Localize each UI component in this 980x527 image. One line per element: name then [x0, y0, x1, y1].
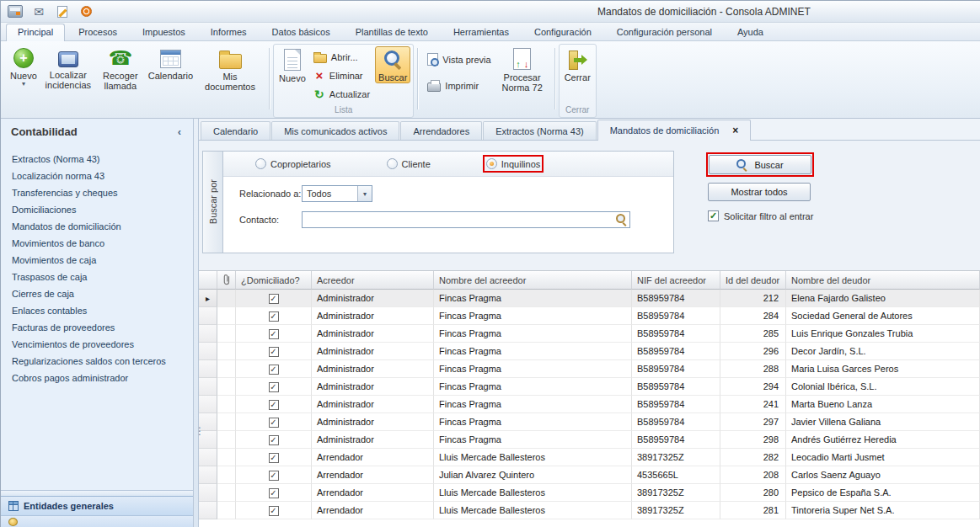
contacto-search-icon[interactable] — [616, 214, 628, 226]
sidebar-item-facturas-de-proveedores[interactable]: Facturas de proveedores — [1, 319, 193, 336]
menu-tab-datos-basicos[interactable]: Datos básicos — [260, 24, 342, 40]
recorder-button[interactable] — [77, 3, 95, 19]
cerrar-button[interactable]: Cerrar — [562, 46, 593, 83]
domiciliado-checkbox[interactable]: ✓ — [269, 294, 279, 304]
grid-row[interactable]: ✓AdministradorFincas PragmaB58959784285L… — [199, 325, 980, 343]
column-header-acreedor[interactable]: Acreedor — [312, 271, 434, 290]
sidebar-group-entidades-generales[interactable]: Entidades generales — [1, 496, 193, 515]
grid-row[interactable]: ✓AdministradorFincas PragmaB58959784297J… — [199, 413, 980, 431]
doc-tab-calendario[interactable]: Calendario — [201, 121, 270, 140]
domiciliado-checkbox[interactable]: ✓ — [269, 347, 279, 357]
solicitar-filtro-checkbox[interactable]: ✓ Solicitar filtro al entrar — [708, 210, 892, 221]
close-tab-icon[interactable]: × — [732, 125, 738, 136]
abrir-button[interactable]: Abrir... — [310, 48, 373, 66]
column-header-domiciliado[interactable]: ¿Domiciliado? — [236, 271, 312, 290]
grid-row[interactable]: ✓ArrendadorLluis Mercade Ballesteros3891… — [199, 502, 980, 519]
menu-tab-informes[interactable]: Informes — [199, 24, 259, 40]
column-header-nombre-deudor[interactable]: Nombre del deudor — [786, 271, 980, 290]
column-header-nombre-acreedor[interactable]: Nombre del acreedor — [434, 271, 632, 290]
row-selector[interactable] — [199, 449, 217, 466]
sidebar-item-enlaces-contables[interactable]: Enlaces contables — [1, 302, 193, 319]
doc-tab-mandatos-de-domiciliacion[interactable]: Mandatos de domiciliación× — [597, 120, 752, 141]
grid-row[interactable]: ✓ArrendadorJulian Alvarez Quintero453566… — [199, 466, 980, 484]
sidebar-item-traspasos-de-caja[interactable]: Traspasos de caja — [1, 269, 193, 285]
row-selector[interactable] — [199, 502, 217, 519]
sidebar-item-movimientos-de-banco[interactable]: Movimientos de banco — [1, 235, 193, 252]
buscar-ribbon-button[interactable]: Buscar — [375, 46, 410, 83]
grid-row[interactable]: ✓AdministradorFincas PragmaB58959784298A… — [199, 431, 980, 449]
menu-tab-herramientas[interactable]: Herramientas — [442, 24, 521, 40]
menu-tab-ayuda[interactable]: Ayuda — [726, 24, 775, 40]
imprimir-button[interactable]: Imprimir — [424, 77, 494, 94]
vista-previa-button[interactable]: Vista previa — [424, 51, 494, 68]
notes-button[interactable] — [53, 3, 72, 19]
grid-row[interactable]: ✓AdministradorFincas PragmaB58959784288M… — [199, 360, 980, 378]
mail-button[interactable]: ✉ — [29, 3, 48, 19]
attachment-column-header[interactable] — [217, 271, 236, 290]
domiciliado-checkbox[interactable]: ✓ — [269, 506, 279, 516]
sidebar-item-regularizaciones-saldos-con-terceros[interactable]: Regularizaciones saldos con terceros — [1, 353, 193, 370]
sidebar-item-transferencias-y-cheques[interactable]: Transferencias y cheques — [1, 184, 193, 201]
menu-tab-configuracion[interactable]: Configuración — [522, 24, 603, 40]
domiciliado-checkbox[interactable]: ✓ — [269, 418, 279, 428]
sidebar-item-movimientos-de-caja[interactable]: Movimientos de caja — [1, 252, 193, 269]
row-selector[interactable] — [199, 343, 217, 360]
collapse-sidebar-button[interactable]: ‹ — [173, 125, 186, 138]
sidebar-item-vencimientos-de-proveedores[interactable]: Vencimientos de proveedores — [1, 336, 193, 353]
column-header-nif[interactable]: NIF del acreedor — [632, 271, 720, 290]
grid-row[interactable]: ▸✓AdministradorFincas PragmaB58959784212… — [199, 290, 980, 307]
domiciliado-checkbox[interactable]: ✓ — [269, 365, 279, 375]
localizar-incidencias-button[interactable]: Localizar incidencias — [41, 45, 95, 90]
radio-inquilinos[interactable]: Inquilinos — [486, 158, 540, 169]
domiciliado-checkbox[interactable]: ✓ — [269, 400, 279, 410]
domiciliado-checkbox[interactable]: ✓ — [269, 382, 279, 392]
sidebar-splitter[interactable]: ⋮ — [193, 119, 199, 527]
mis-documentos-button[interactable]: Mis documentos — [197, 45, 263, 92]
contacto-input[interactable] — [302, 211, 630, 228]
calendario-button[interactable]: Calendario — [146, 45, 195, 81]
sidebar-item-cierres-de-caja[interactable]: Cierres de caja — [1, 285, 193, 302]
grid-row[interactable]: ✓AdministradorFincas PragmaB58959784296D… — [199, 343, 980, 360]
nav-pane-gripper[interactable] — [1, 490, 193, 496]
domiciliado-checkbox[interactable]: ✓ — [269, 329, 279, 339]
row-selector[interactable] — [199, 466, 217, 484]
column-header-id-deudor[interactable]: Id del deudor — [720, 271, 786, 290]
mostrar-todos-button[interactable]: Mostrar todos — [708, 183, 811, 201]
menu-tab-impuestos[interactable]: Impuestos — [131, 24, 197, 40]
row-selector[interactable] — [199, 396, 217, 413]
sidebar-item-domiciliaciones[interactable]: Domiciliaciones — [1, 201, 193, 218]
menu-tab-principal[interactable]: Principal — [6, 24, 65, 41]
menu-tab-procesos[interactable]: Procesos — [67, 24, 129, 40]
domiciliado-checkbox[interactable]: ✓ — [269, 488, 279, 498]
doc-tab-arrendadores[interactable]: Arrendadores — [400, 121, 482, 140]
row-selector[interactable] — [199, 360, 217, 378]
eliminar-button[interactable]: × Eliminar — [310, 67, 373, 84]
sidebar-item-extractos-norma-43[interactable]: Extractos (Norma 43) — [1, 151, 193, 168]
domiciliado-checkbox[interactable]: ✓ — [269, 435, 279, 445]
app-menu-button[interactable] — [6, 3, 24, 19]
grid-row[interactable]: ✓ArrendadorLluis Mercade Ballesteros3891… — [199, 484, 980, 502]
procesar-norma-72-button[interactable]: ↑ ↓ Procesar Norma 72 — [496, 45, 549, 93]
row-selector[interactable] — [199, 484, 217, 502]
row-selector[interactable] — [199, 378, 217, 396]
grid-row[interactable]: ✓AdministradorFincas PragmaB58959784284S… — [199, 307, 980, 325]
row-selector[interactable] — [199, 325, 217, 343]
recoger-llamada-button[interactable]: ☎ Recoger llamada — [97, 45, 144, 91]
radio-copropietarios[interactable]: Copropietarios — [255, 158, 331, 169]
relacionado-dropdown[interactable]: Todos ▾ — [302, 185, 372, 202]
sidebar-item-mandatos-de-domiciliacion[interactable]: Mandatos de domiciliación — [1, 218, 193, 235]
doc-tab-extractos-norma-43[interactable]: Extractos (Norma 43) — [483, 121, 597, 140]
grid-row[interactable]: ✓AdministradorFincas PragmaB58959784294C… — [199, 378, 980, 396]
sidebar-group-partial[interactable] — [1, 515, 193, 527]
sidebar-item-localizacion-norma-43[interactable]: Localización norma 43 — [1, 168, 193, 184]
radio-cliente[interactable]: Cliente — [387, 158, 431, 169]
doc-tab-mis-comunicados-activos[interactable]: Mis comunicados activos — [271, 121, 399, 140]
buscar-button[interactable]: Buscar — [709, 155, 811, 174]
grid-row[interactable]: ✓AdministradorFincas PragmaB58959784241M… — [199, 396, 980, 413]
row-selector[interactable] — [199, 307, 217, 325]
domiciliado-checkbox[interactable]: ✓ — [269, 471, 279, 481]
sidebar-item-cobros-pagos-administrador[interactable]: Cobros pagos administrador — [1, 370, 193, 386]
row-selector[interactable]: ▸ — [199, 290, 217, 307]
menu-tab-plantillas-de-texto[interactable]: Plantillas de texto — [344, 24, 440, 40]
domiciliado-checkbox[interactable]: ✓ — [269, 311, 279, 322]
